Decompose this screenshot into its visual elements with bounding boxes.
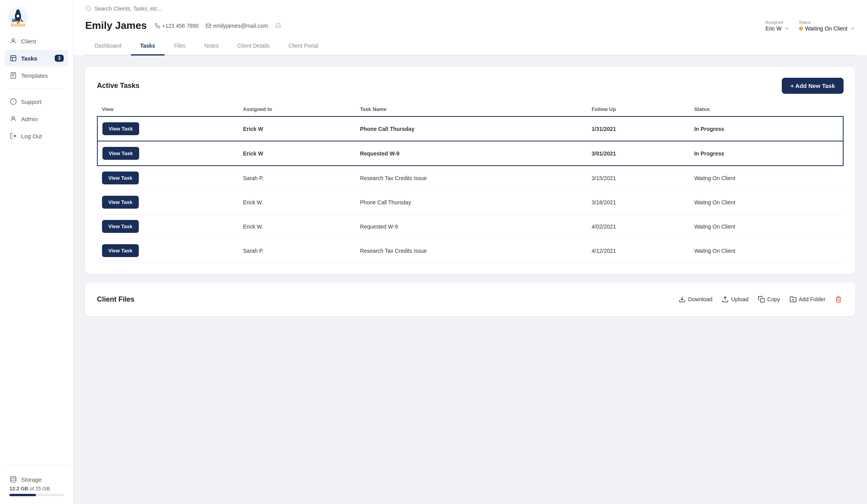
sidebar-admin-label: Admin	[21, 116, 38, 122]
storage-display: 12.2 GB of 25 GB	[9, 486, 64, 491]
upload-label: Upload	[731, 296, 748, 302]
download-icon	[679, 296, 686, 303]
topbar: Emily James +123 456 7890 emilyjames@mai…	[73, 0, 867, 56]
sidebar-item-logout[interactable]: Log Out	[5, 128, 68, 144]
download-label: Download	[688, 296, 712, 302]
upload-icon	[722, 296, 729, 303]
storage-total: 25 GB	[36, 486, 50, 491]
task-followup-cell: 3/01/2021	[587, 141, 690, 166]
tab-dashboard[interactable]: Dashboard	[85, 37, 131, 55]
tab-tasks[interactable]: Tasks	[131, 37, 165, 55]
sidebar-templates-label: Templates	[21, 72, 48, 79]
admin-icon	[9, 115, 17, 123]
search-bar	[85, 0, 855, 16]
tasks-table-head: View Assigned to Task Name Follow Up Sta…	[97, 102, 843, 116]
svg-text:CPA: CPA	[12, 18, 20, 23]
task-followup-cell: 4/02/2021	[587, 214, 690, 239]
assigned-label: Assigned	[765, 20, 789, 25]
svg-rect-20	[761, 298, 765, 302]
col-view: View	[97, 102, 238, 116]
copy-label: Copy	[767, 296, 780, 302]
add-task-button[interactable]: + Add New Task	[782, 78, 844, 94]
sidebar-client-label: Client	[21, 38, 36, 45]
assigned-select[interactable]: Eric W	[765, 25, 789, 32]
task-status-cell: In Progress	[690, 116, 843, 141]
sidebar-item-templates[interactable]: Templates	[5, 67, 68, 84]
logout-icon	[9, 132, 17, 140]
tab-files[interactable]: Files	[165, 37, 195, 55]
copy-button[interactable]: Copy	[756, 293, 782, 305]
task-view-cell: View Task	[97, 239, 238, 263]
add-folder-button[interactable]: Add Folder	[788, 293, 827, 305]
view-task-button[interactable]: View Task	[102, 244, 139, 257]
view-task-button[interactable]: View Task	[102, 172, 139, 184]
sidebar-item-tasks[interactable]: Tasks 3	[5, 50, 68, 66]
person-icon	[9, 37, 17, 45]
client-name: Emily James	[85, 20, 147, 32]
phone-icon	[155, 23, 160, 29]
sidebar-logout-label: Log Out	[21, 133, 42, 139]
tasks-table: View Assigned to Task Name Follow Up Sta…	[97, 102, 844, 263]
tab-notes[interactable]: Notes	[195, 37, 228, 55]
view-task-button[interactable]: View Task	[102, 122, 139, 135]
client-files-header: Client Files Download Upload Copy	[97, 293, 844, 305]
logo-icon: Rocket CPA	[8, 7, 28, 27]
task-view-cell: View Task	[97, 166, 238, 190]
task-status-cell: Waitng On Client	[690, 239, 843, 263]
assigned-value: Eric W	[765, 25, 781, 32]
tab-client-details[interactable]: Client Details	[228, 37, 279, 55]
view-task-button[interactable]: View Task	[102, 196, 139, 209]
status-select[interactable]: Waiting On Client	[799, 25, 855, 32]
file-icon	[9, 71, 17, 79]
delete-button[interactable]	[833, 293, 844, 305]
task-view-cell: View Task	[97, 116, 238, 141]
task-name-cell: Requested W-9	[355, 141, 587, 166]
phone-number: +123 456 7890	[162, 23, 199, 29]
col-assigned: Assigned to	[238, 102, 355, 116]
sidebar: Rocket CPA Client Tasks 3 Templates	[0, 0, 73, 504]
svg-point-6	[17, 15, 20, 18]
bell-icon	[275, 23, 281, 29]
svg-point-16	[86, 6, 90, 11]
task-assigned-cell: Sarah P.	[238, 166, 355, 190]
sidebar-support-label: Support	[21, 98, 42, 105]
status-value: Waiting On Client	[805, 25, 847, 32]
storage-used: 12.2 GB	[9, 486, 28, 491]
download-button[interactable]: Download	[677, 293, 714, 305]
files-actions: Download Upload Copy Add Folder	[677, 293, 844, 305]
sidebar-item-client[interactable]: Client	[5, 33, 68, 49]
storage-of: of	[30, 486, 35, 491]
add-folder-icon	[790, 296, 797, 303]
client-meta: Assigned Eric W Status Waiting On Client	[765, 20, 855, 32]
task-status-cell: Waitng On Client	[690, 190, 843, 214]
task-assigned-cell: Sarah P.	[238, 239, 355, 263]
task-view-cell: View Task	[97, 190, 238, 214]
task-status-cell: Waitng On Client	[690, 214, 843, 239]
sidebar-divider-2	[5, 465, 68, 465]
email-address: emilyjames@mail.com	[213, 23, 268, 29]
upload-button[interactable]: Upload	[720, 293, 750, 305]
tab-client-portal[interactable]: Client Portal	[279, 37, 328, 55]
task-view-cell: View Task	[97, 214, 238, 239]
view-task-button[interactable]: View Task	[102, 220, 139, 233]
client-files-title: Client Files	[97, 295, 134, 304]
task-followup-cell: 4/12/2021	[587, 239, 690, 263]
active-tasks-title: Active Tasks	[97, 82, 140, 90]
client-header: Emily James +123 456 7890 emilyjames@mai…	[85, 16, 855, 37]
email-icon	[206, 23, 211, 29]
view-task-button[interactable]: View Task	[102, 147, 139, 160]
main-content: Emily James +123 456 7890 emilyjames@mai…	[73, 0, 867, 504]
sidebar-item-support[interactable]: Support	[5, 93, 68, 110]
tasks-badge: 3	[55, 55, 64, 62]
task-name-cell: Phone Call Thursday	[355, 190, 587, 214]
tabs: Dashboard Tasks Files Notes Client Detai…	[85, 37, 855, 55]
svg-text:Rocket: Rocket	[11, 23, 25, 27]
svg-point-13	[12, 116, 14, 119]
storage-item: Storage	[5, 473, 68, 486]
client-email: emilyjames@mail.com	[206, 23, 268, 29]
chevron-down-icon	[784, 26, 790, 31]
table-row: View Task Sarah P. Research Tax Credits …	[97, 166, 843, 190]
storage-label: Storage	[21, 476, 42, 483]
search-input[interactable]	[95, 5, 212, 12]
sidebar-item-admin[interactable]: Admin	[5, 111, 68, 127]
